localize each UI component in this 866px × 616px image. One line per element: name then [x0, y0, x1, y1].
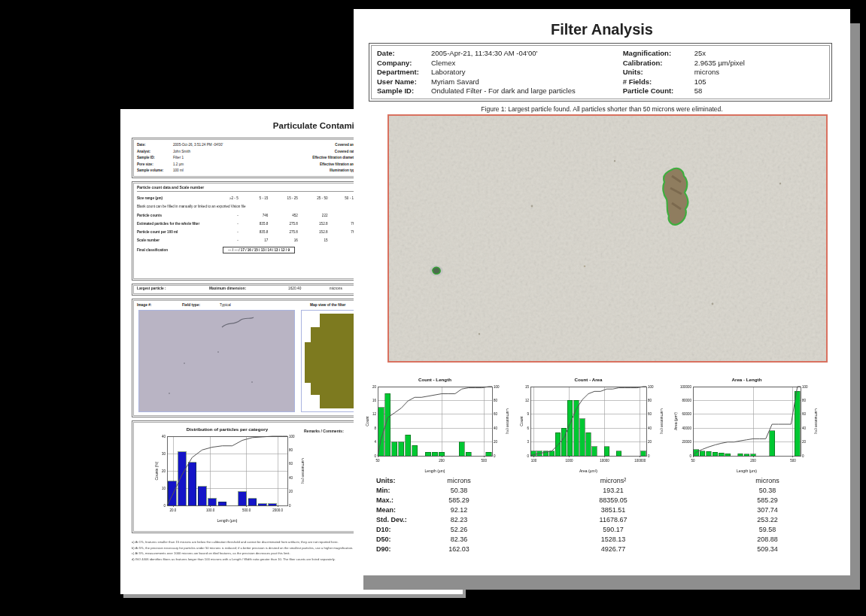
svg-text:0: 0	[689, 454, 691, 458]
back-header-label: Analyst:	[137, 149, 173, 156]
svg-text:15: 15	[525, 385, 530, 389]
stats-value-length: 162.03	[399, 545, 519, 553]
stats-value-length: 50.38	[399, 487, 519, 494]
svg-text:50: 50	[691, 459, 695, 463]
stats-row: D10:52.26590.1759.58	[354, 526, 850, 536]
back-header-value: John Smith	[173, 149, 271, 156]
header-row: Magnification:25x	[623, 49, 824, 58]
stats-row: D50:82.361528.13208.88	[354, 536, 850, 545]
header-label: # Fields:	[623, 77, 694, 86]
header-row: Date:2005-Apr-21, 11:34:30 AM -04'00'	[377, 49, 623, 58]
svg-text:40000: 40000	[682, 426, 691, 430]
svg-text:40: 40	[289, 476, 293, 480]
svg-text:20: 20	[289, 490, 293, 493]
stats-value-area-length: 253.22	[707, 516, 828, 523]
svg-text:80: 80	[648, 399, 652, 402]
svg-text:12: 12	[372, 412, 377, 416]
svg-text:0: 0	[527, 454, 529, 458]
stats-row: Mean:92.123851.51307.74	[354, 506, 850, 516]
header-value: 25x	[694, 49, 706, 58]
header-value: Myriam Savard	[431, 77, 479, 86]
svg-text:10: 10	[162, 487, 166, 490]
count-cell: -	[208, 228, 239, 236]
svg-text:8: 8	[374, 426, 376, 430]
back-header-label: Pore size:	[137, 162, 173, 168]
svg-text:100.0: 100.0	[206, 508, 215, 512]
fiber-squiggle-graphic	[139, 311, 294, 411]
svg-text:2000.0: 2000.0	[272, 508, 283, 512]
svg-text:0: 0	[374, 454, 376, 458]
svg-text:0: 0	[648, 454, 650, 458]
count-cell: 452	[268, 211, 298, 220]
svg-text:500.0: 500.0	[242, 508, 251, 512]
header-value: Ondulated Filter - For dark and large pa…	[431, 86, 576, 96]
stats-value-area-length: 585.29	[707, 496, 828, 504]
stats-label: D90:	[376, 545, 391, 553]
stats-value-area: 88359.05	[553, 496, 673, 504]
header-row: # Fields:105	[623, 77, 824, 86]
chart-svg: Count - Area0369121502040608010010010001…	[518, 375, 663, 474]
count-row-label: Particle count per 100 ml	[137, 228, 208, 236]
count-cell: 15	[298, 236, 328, 244]
svg-text:200: 200	[750, 459, 756, 463]
svg-text:40: 40	[648, 426, 652, 430]
stats-value-length: 82.36	[399, 536, 519, 543]
svg-text:100000: 100000	[634, 459, 646, 463]
header-right-column: Magnification:25xCalibration:2.9635 µm/p…	[623, 49, 824, 96]
svg-text:20.0: 20.0	[170, 508, 177, 512]
stats-row: Min:50.38193.2150.38	[354, 487, 850, 496]
svg-text:40: 40	[494, 426, 498, 430]
svg-text:100: 100	[494, 385, 500, 389]
svg-text:0: 0	[494, 454, 496, 458]
stats-value-area: 193.21	[553, 487, 673, 494]
svg-text:6: 6	[527, 426, 529, 430]
report-header-table: Date:2005-Apr-21, 11:34:30 AM -04'00'Com…	[369, 43, 832, 102]
count-row-label: Particle counts	[137, 211, 208, 220]
figure-caption: Figure 1: Largest particle found. All pa…	[354, 105, 850, 113]
count-row-label: Estimated particles for the whole filter	[137, 220, 208, 228]
statistics-table: Units:micronsmicrons²micronsMin:50.38193…	[354, 477, 850, 555]
svg-text:100: 100	[648, 385, 654, 389]
svg-text:100: 100	[289, 435, 295, 438]
header-label: User Name:	[377, 77, 431, 86]
micrograph-graphic	[389, 116, 826, 361]
stats-value-length: microns	[399, 477, 519, 484]
back-header-label: Sample volume:	[137, 168, 173, 174]
y-axis-label: Count	[519, 416, 524, 426]
header-row: Units:microns	[623, 68, 824, 77]
desktop-background: Particulate Contamination as per ISO 440…	[0, 0, 866, 616]
count-cell: 17	[239, 236, 269, 244]
header-label: Company:	[377, 59, 431, 68]
y2-axis-label: Cumulative (%)	[301, 458, 304, 484]
count-cell: -	[208, 220, 239, 228]
stats-value-area: microns²	[553, 477, 673, 484]
largest-particle-label: Largest particle :	[137, 287, 209, 293]
final-classification-value: --- / --- / 17 / 16 / 15 / 13 / 14 / 13 …	[223, 247, 295, 253]
svg-text:4: 4	[374, 440, 376, 444]
back-header-label: Effective filtration area:	[271, 162, 361, 168]
svg-text:100000: 100000	[680, 385, 692, 389]
stats-value-area: 3851.51	[553, 506, 673, 514]
svg-text:60: 60	[648, 412, 652, 416]
count-cell: 222	[298, 211, 328, 220]
count-cell: 275.8	[268, 220, 298, 228]
field-type-value: Typical	[220, 302, 310, 308]
back-header-value: 2005-Oct-26, 3:51:24 PM -04'00'	[173, 142, 271, 149]
size-range-cell: 5 - 15	[239, 194, 269, 202]
header-value: 2005-Apr-21, 11:34:30 AM -04'00'	[431, 49, 537, 58]
chart-area-length: Area - Length020000400006000080000100000…	[673, 375, 817, 477]
stats-value-area: 4926.77	[553, 545, 673, 553]
y2-axis-label: Cumulative (%)	[814, 408, 817, 435]
svg-text:80: 80	[494, 399, 498, 402]
distribution-chart: Distribution of particles per category01…	[153, 424, 304, 526]
count-cell: -	[208, 236, 239, 244]
max-dimension-value: 1620.40	[288, 287, 330, 293]
header-label: Particle Count:	[623, 86, 694, 96]
stats-row: Std. Dev.:82.2311678.67253.22	[354, 516, 850, 526]
svg-text:9: 9	[527, 412, 529, 416]
svg-text:500: 500	[482, 459, 488, 463]
x-axis-label: Length (µm)	[424, 469, 445, 473]
x-axis-label: Length (µm)	[217, 518, 237, 523]
header-row: Company:Clemex	[377, 59, 623, 68]
stats-label: Mean:	[376, 506, 396, 514]
